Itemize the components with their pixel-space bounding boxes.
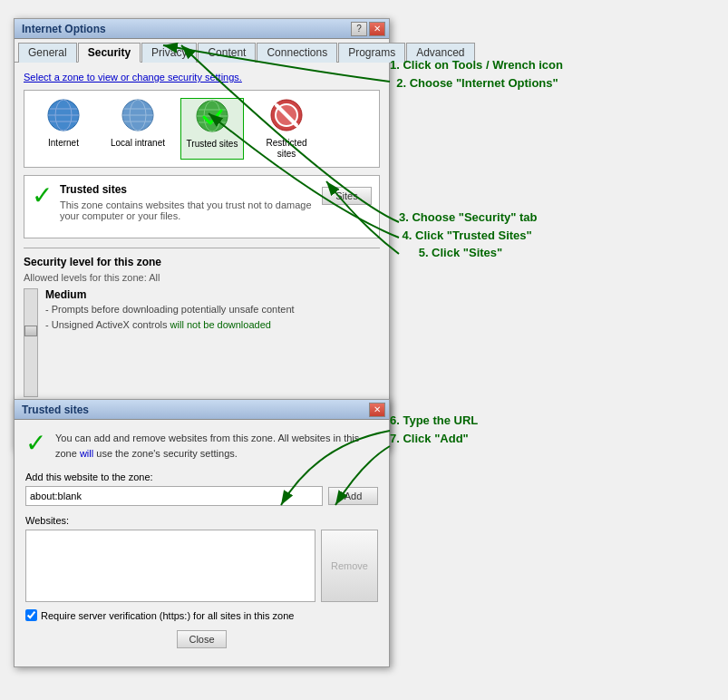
trusted-sites-icon (194, 99, 230, 135)
zone-trusted-sites[interactable]: Trusted sites (180, 98, 244, 160)
zone-internet[interactable]: Internet (32, 98, 95, 160)
remove-button[interactable]: Remove (321, 530, 378, 602)
annotation-steps-6-7: 6. Type the URL 7. Click "Add" (390, 412, 478, 447)
trusted-info-title: Trusted sites (60, 183, 315, 196)
close-button[interactable]: ✕ (369, 22, 385, 36)
https-checkbox[interactable] (25, 609, 37, 621)
trusted-info-desc: This zone contains websites that you tru… (60, 199, 315, 221)
zone-local-intranet[interactable]: Local intranet (106, 98, 170, 160)
security-slider-thumb[interactable] (24, 326, 37, 336)
tab-privacy[interactable]: Privacy (141, 43, 197, 63)
zone-restricted-sites[interactable]: Restrictedsites (255, 98, 318, 160)
https-label: Require server verification (https:) for… (41, 610, 294, 621)
tab-connections[interactable]: Connections (257, 43, 337, 63)
trusted-desc-text: You can add and remove websites from thi… (55, 431, 378, 461)
not-downloaded-text: will not be downloaded (170, 319, 271, 330)
internet-options-title-bar: Internet Options ? ✕ (15, 19, 389, 39)
slider-area: Medium - Prompts before downloading pote… (24, 288, 380, 397)
tabs-bar: General Security Privacy Content Connect… (15, 39, 389, 63)
websites-label: Websites: (25, 515, 378, 526)
add-button[interactable]: Add (328, 487, 378, 505)
local-intranet-icon (120, 98, 156, 134)
close-dialog-button[interactable]: Close (177, 630, 227, 648)
trusted-sites-title-bar: Trusted sites ✕ (15, 400, 389, 420)
websites-listbox[interactable] (25, 530, 315, 602)
internet-zone-label: Internet (48, 138, 79, 149)
local-intranet-zone-label: Local intranet (111, 138, 165, 149)
help-button[interactable]: ? (351, 22, 367, 36)
annotation-steps-3-5: 3. Choose "Security" tab 4. Click "Trust… (399, 209, 537, 262)
trusted-sites-title: Trusted sites (22, 403, 89, 416)
security-slider-track[interactable] (24, 288, 38, 397)
security-level-desc-1: - Prompts before downloading potentially… (45, 303, 295, 316)
add-website-row: Add (25, 486, 378, 506)
trusted-desc-row: ✓ You can add and remove websites from t… (25, 431, 378, 461)
trusted-sites-dialog: Trusted sites ✕ ✓ You can add and remove… (14, 399, 390, 667)
trusted-info-text: Trusted sites This zone contains website… (60, 183, 315, 221)
security-tab-body: Select a zone to view or change security… (15, 63, 389, 449)
slider-labels: Medium - Prompts before downloading pote… (45, 288, 295, 333)
trusted-checkmark-icon: ✓ (32, 183, 53, 209)
allowed-levels: Allowed levels for this zone: All (24, 272, 380, 283)
zones-box: Internet Local intranet (24, 90, 380, 168)
restricted-sites-zone-label: Restrictedsites (266, 138, 306, 160)
security-level-desc-2: - Unsigned ActiveX controls will not be … (45, 318, 295, 332)
security-level-name: Medium (45, 288, 295, 301)
trusted-title-bar-controls: ✕ (369, 403, 385, 417)
internet-options-dialog: Internet Options ? ✕ General Security Pr… (14, 18, 390, 450)
sites-button[interactable]: Sites (322, 187, 372, 205)
sites-btn-container: Sites (322, 183, 372, 205)
tab-security[interactable]: Security (78, 43, 141, 63)
security-level-title: Security level for this zone (24, 256, 380, 268)
trusted-close-button[interactable]: ✕ (369, 403, 385, 417)
zone-instruction: Select a zone to view or change security… (24, 72, 380, 83)
restricted-sites-icon (268, 98, 305, 134)
tab-content[interactable]: Content (198, 43, 256, 63)
url-input[interactable] (25, 486, 323, 506)
title-bar-controls: ? ✕ (351, 22, 385, 36)
tab-general[interactable]: General (18, 43, 77, 63)
trusted-sites-zone-label: Trusted sites (187, 139, 238, 150)
websites-area: Remove (25, 530, 378, 602)
will-text: will (80, 448, 93, 459)
add-website-label: Add this website to the zone: (25, 472, 378, 482)
trusted-info-box: ✓ Trusted sites This zone contains websi… (24, 175, 380, 238)
annotation-steps-1-2: 1. Click on Tools / Wrench icon 2. Choos… (390, 56, 563, 92)
https-checkbox-row: Require server verification (https:) for… (25, 609, 378, 621)
internet-icon (45, 98, 82, 134)
internet-options-title: Internet Options (22, 23, 106, 35)
trusted-dialog-checkmark-icon: ✓ (25, 431, 46, 456)
trusted-dialog-body: ✓ You can add and remove websites from t… (15, 420, 389, 666)
trusted-dialog-footer: Close (25, 630, 378, 656)
